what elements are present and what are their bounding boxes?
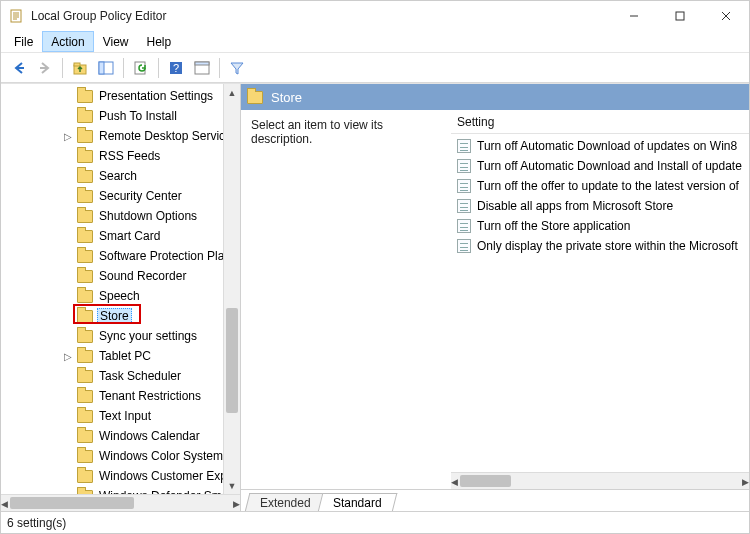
- folder-icon: [77, 470, 93, 483]
- setting-label: Turn off the Store application: [477, 219, 630, 233]
- policy-setting-icon: [457, 159, 471, 173]
- folder-icon: [77, 150, 93, 163]
- tree-item-label: Shutdown Options: [97, 209, 199, 223]
- maximize-button[interactable]: [657, 1, 703, 31]
- setting-label: Turn off Automatic Download of updates o…: [477, 139, 737, 153]
- settings-list[interactable]: Turn off Automatic Download of updates o…: [451, 134, 749, 472]
- scroll-right-button[interactable]: ▶: [233, 495, 240, 511]
- right-horizontal-scrollbar[interactable]: ◀ ▶: [451, 472, 749, 489]
- tree-item[interactable]: Smart Card: [1, 226, 223, 246]
- folder-icon: [77, 130, 93, 143]
- menu-help[interactable]: Help: [138, 31, 181, 52]
- toolbar-separator: [158, 58, 159, 78]
- tree-item-label: Windows Calendar: [97, 429, 202, 443]
- tree-item[interactable]: Windows Customer Exp: [1, 466, 223, 486]
- setting-item[interactable]: Turn off the Store application: [451, 216, 749, 236]
- folder-icon: [77, 270, 93, 283]
- forward-button[interactable]: [33, 56, 57, 80]
- back-button[interactable]: [7, 56, 31, 80]
- tree-item[interactable]: Presentation Settings: [1, 86, 223, 106]
- tree-item[interactable]: Windows Color System: [1, 446, 223, 466]
- tree-item[interactable]: RSS Feeds: [1, 146, 223, 166]
- tree-item[interactable]: ▷Tablet PC: [1, 346, 223, 366]
- svg-rect-3: [74, 63, 80, 66]
- setting-item[interactable]: Turn off the offer to update to the late…: [451, 176, 749, 196]
- up-level-button[interactable]: [68, 56, 92, 80]
- folder-icon: [77, 310, 93, 323]
- tree-item[interactable]: Speech: [1, 286, 223, 306]
- tree-item[interactable]: Push To Install: [1, 106, 223, 126]
- scroll-down-button[interactable]: ▼: [224, 477, 240, 494]
- menu-file[interactable]: File: [5, 31, 42, 52]
- expand-chevron-icon[interactable]: ▷: [61, 351, 75, 362]
- folder-icon: [77, 370, 93, 383]
- tree-item[interactable]: Store: [1, 306, 223, 326]
- close-button[interactable]: [703, 1, 749, 31]
- tab-standard[interactable]: Standard: [317, 493, 396, 511]
- menu-view[interactable]: View: [94, 31, 138, 52]
- column-header-setting[interactable]: Setting: [451, 110, 749, 134]
- tree-item[interactable]: Task Scheduler: [1, 366, 223, 386]
- tree-item[interactable]: Windows Defender Sma: [1, 486, 223, 494]
- svg-rect-0: [11, 10, 21, 22]
- menu-action[interactable]: Action: [42, 31, 93, 52]
- statusbar: 6 setting(s): [1, 511, 749, 533]
- tree-item[interactable]: Text Input: [1, 406, 223, 426]
- tree-item[interactable]: Sound Recorder: [1, 266, 223, 286]
- refresh-button[interactable]: [129, 56, 153, 80]
- properties-button[interactable]: [190, 56, 214, 80]
- scroll-thumb[interactable]: [226, 308, 238, 413]
- scroll-left-button[interactable]: ◀: [1, 495, 8, 511]
- folder-icon: [77, 330, 93, 343]
- tree-item-label: Security Center: [97, 189, 184, 203]
- filter-button[interactable]: [225, 56, 249, 80]
- content-body: Presentation SettingsPush To Install▷Rem…: [1, 83, 749, 511]
- scroll-htrack[interactable]: [8, 495, 233, 511]
- tree-item-label: Remote Desktop Service: [97, 129, 223, 143]
- folder-icon: [77, 290, 93, 303]
- tree-vertical-scrollbar[interactable]: ▲ ▼: [223, 84, 240, 494]
- setting-item[interactable]: Turn off Automatic Download and Install …: [451, 156, 749, 176]
- policy-setting-icon: [457, 179, 471, 193]
- window-controls: [611, 1, 749, 31]
- tree-item-label: Windows Defender Sma: [97, 489, 223, 494]
- scroll-hthumb[interactable]: [460, 475, 511, 487]
- svg-rect-5: [99, 62, 104, 74]
- tree-scroll-area[interactable]: Presentation SettingsPush To Install▷Rem…: [1, 84, 223, 494]
- minimize-button[interactable]: [611, 1, 657, 31]
- setting-item[interactable]: Disable all apps from Microsoft Store: [451, 196, 749, 216]
- setting-label: Turn off Automatic Download and Install …: [477, 159, 742, 173]
- scroll-hthumb[interactable]: [10, 497, 134, 509]
- tree-item[interactable]: Security Center: [1, 186, 223, 206]
- show-hide-tree-button[interactable]: [94, 56, 118, 80]
- tree-item[interactable]: Windows Calendar: [1, 426, 223, 446]
- app-icon: [9, 8, 25, 24]
- setting-item[interactable]: Turn off Automatic Download of updates o…: [451, 136, 749, 156]
- setting-item[interactable]: Only display the private store within th…: [451, 236, 749, 256]
- tree-item[interactable]: Shutdown Options: [1, 206, 223, 226]
- scroll-right-button[interactable]: ▶: [742, 473, 749, 489]
- scroll-left-button[interactable]: ◀: [451, 473, 458, 489]
- scroll-htrack[interactable]: [458, 473, 742, 489]
- tree-item-label: Windows Customer Exp: [97, 469, 223, 483]
- tree-item[interactable]: Sync your settings: [1, 326, 223, 346]
- expand-chevron-icon[interactable]: ▷: [61, 131, 75, 142]
- tree-item[interactable]: ▷Remote Desktop Service: [1, 126, 223, 146]
- tree-horizontal-scrollbar[interactable]: ◀ ▶: [1, 494, 240, 511]
- tab-extended[interactable]: Extended: [245, 493, 326, 511]
- folder-icon: [77, 210, 93, 223]
- folder-icon: [77, 230, 93, 243]
- description-text: Select an item to view its description.: [241, 110, 451, 489]
- folder-icon: [77, 90, 93, 103]
- tree-item-label: Push To Install: [97, 109, 179, 123]
- tree-item[interactable]: Tenant Restrictions: [1, 386, 223, 406]
- scroll-track[interactable]: [224, 101, 240, 477]
- scroll-up-button[interactable]: ▲: [224, 84, 240, 101]
- tree-item-label: Speech: [97, 289, 142, 303]
- svg-rect-10: [195, 62, 209, 65]
- tree-item[interactable]: Search: [1, 166, 223, 186]
- titlebar: Local Group Policy Editor: [1, 1, 749, 31]
- tree-item-label: Software Protection Pla: [97, 249, 223, 263]
- help-button[interactable]: ?: [164, 56, 188, 80]
- tree-item[interactable]: Software Protection Pla: [1, 246, 223, 266]
